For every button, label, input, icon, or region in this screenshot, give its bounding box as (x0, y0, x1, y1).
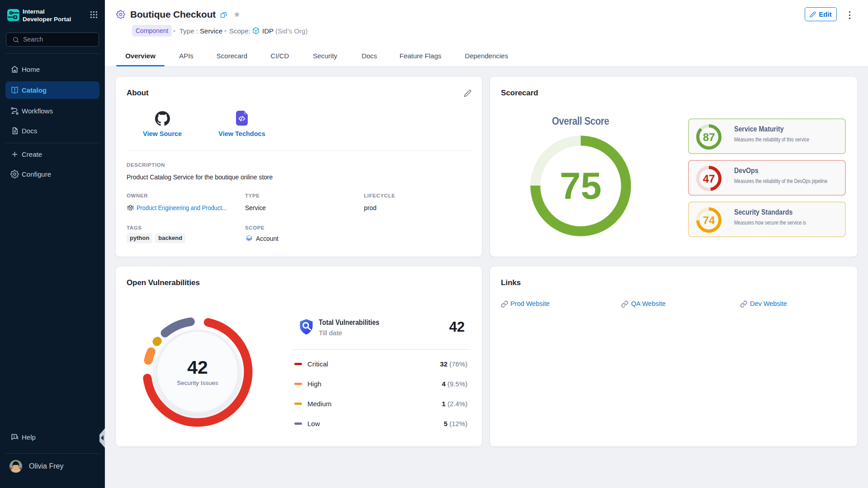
svg-text:?: ? (13, 435, 15, 439)
